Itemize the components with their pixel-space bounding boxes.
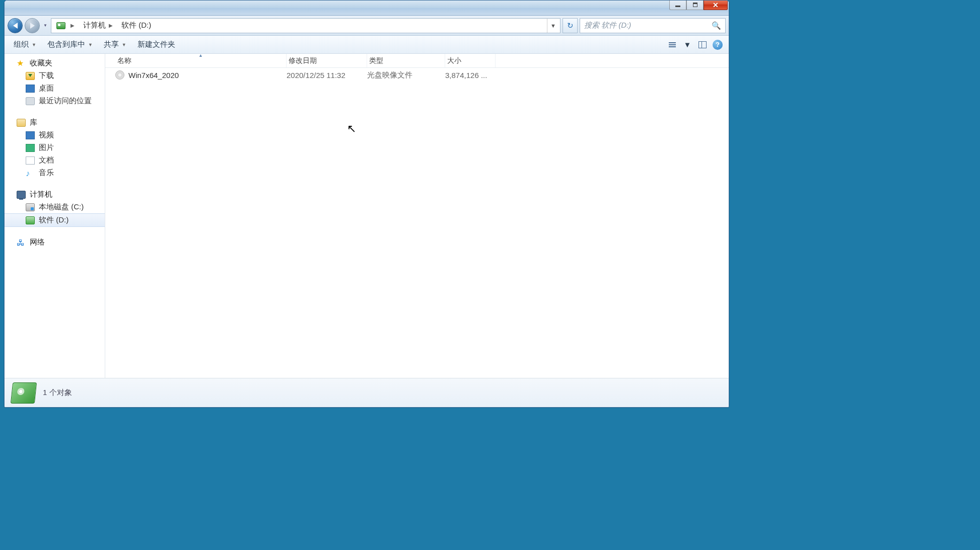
- sidebar-group-network: 🖧网络: [5, 236, 105, 249]
- star-icon: ★: [17, 59, 26, 67]
- column-date[interactable]: 修改日期: [287, 54, 367, 67]
- file-size-cell: 3,874,126 ...: [445, 71, 496, 80]
- toolbar-label: 共享: [104, 40, 119, 49]
- sidebar-label: 库: [30, 118, 37, 127]
- document-icon: [26, 156, 35, 165]
- body-split: ★收藏夹 下载 桌面 最近访问的位置 库 视频 图片 文档 ♪音乐 计算机 本地…: [5, 54, 729, 378]
- view-dropdown-button[interactable]: ▼: [680, 39, 694, 51]
- navigation-sidebar[interactable]: ★收藏夹 下载 桌面 最近访问的位置 库 视频 图片 文档 ♪音乐 计算机 本地…: [5, 54, 105, 378]
- picture-icon: [26, 144, 35, 152]
- sidebar-label: 网络: [30, 238, 45, 247]
- drive-icon: [56, 22, 65, 29]
- sidebar-group-libraries: 库 视频 图片 文档 ♪音乐: [5, 116, 105, 179]
- file-name-cell: Win7x64_2020: [115, 70, 287, 80]
- address-root-icon[interactable]: ▶: [52, 19, 79, 33]
- recent-icon: [26, 97, 35, 105]
- sidebar-item-label: 图片: [39, 143, 54, 152]
- close-button[interactable]: ✕: [704, 0, 728, 10]
- sidebar-head-computer[interactable]: 计算机: [5, 188, 105, 201]
- address-dropdown-icon[interactable]: ▼: [547, 19, 559, 33]
- sidebar-item-drive-c[interactable]: 本地磁盘 (C:): [5, 201, 105, 213]
- sidebar-head-libraries[interactable]: 库: [5, 116, 105, 129]
- file-row[interactable]: Win7x64_2020 2020/12/25 11:32 光盘映像文件 3,8…: [105, 68, 729, 82]
- sidebar-item-desktop[interactable]: 桌面: [5, 82, 105, 95]
- sort-indicator-icon: ▲: [198, 53, 203, 58]
- sidebar-item-label: 下载: [39, 71, 54, 81]
- toolbar-label: 组织: [14, 40, 29, 49]
- pane-icon: [698, 41, 707, 48]
- column-type[interactable]: 类型: [367, 54, 445, 67]
- hdd-icon: [26, 216, 35, 224]
- hdd-icon: [26, 203, 35, 211]
- back-button[interactable]: [8, 18, 23, 33]
- file-size: 3,874,126 ...: [445, 71, 487, 80]
- sidebar-item-label: 视频: [39, 130, 54, 140]
- search-icon: 🔍: [712, 21, 721, 30]
- download-icon: [26, 72, 35, 80]
- sidebar-item-music[interactable]: ♪音乐: [5, 167, 105, 179]
- sidebar-item-label: 桌面: [39, 84, 54, 93]
- sidebar-group-computer: 计算机 本地磁盘 (C:) 软件 (D:): [5, 188, 105, 227]
- sidebar-item-pictures[interactable]: 图片: [5, 141, 105, 154]
- help-button[interactable]: ?: [711, 39, 725, 51]
- status-text: 1 个对象: [43, 388, 72, 398]
- maximize-button[interactable]: [686, 0, 704, 10]
- library-icon: [17, 119, 26, 127]
- file-rows: Win7x64_2020 2020/12/25 11:32 光盘映像文件 3,8…: [105, 68, 729, 378]
- refresh-button[interactable]: ↻: [563, 18, 578, 33]
- preview-pane-button[interactable]: [695, 39, 710, 51]
- sidebar-item-videos[interactable]: 视频: [5, 129, 105, 141]
- sidebar-item-drive-d[interactable]: 软件 (D:): [5, 213, 105, 227]
- file-list-area[interactable]: ▲名称 修改日期 类型 大小 Win7x64_2020 2020/12/25 1…: [105, 54, 729, 378]
- network-icon: 🖧: [17, 239, 26, 247]
- nav-history-dropdown[interactable]: ▼: [42, 23, 49, 28]
- cursor-icon: ↖: [347, 122, 356, 135]
- sidebar-item-label: 最近访问的位置: [39, 96, 92, 106]
- toolbar-label: 新建文件夹: [137, 40, 175, 49]
- column-label: 名称: [117, 56, 131, 65]
- address-seg-drive[interactable]: 软件 (D:): [117, 19, 156, 33]
- search-input[interactable]: 搜索 软件 (D:) 🔍: [580, 18, 726, 33]
- iso-icon: [115, 70, 124, 80]
- explorer-window: ✕ ▼ ▶ 计算机▶ 软件 (D:) ▼ ↻ 搜索 软件 (D:) 🔍 组织▼ …: [4, 0, 729, 408]
- computer-icon: [17, 191, 26, 199]
- sidebar-item-label: 音乐: [39, 168, 54, 178]
- list-view-icon: [669, 42, 676, 47]
- sidebar-item-label: 本地磁盘 (C:): [39, 202, 84, 212]
- column-headers: ▲名称 修改日期 类型 大小: [105, 54, 729, 68]
- view-mode-button[interactable]: [665, 39, 679, 51]
- sidebar-item-label: 文档: [39, 155, 54, 165]
- sidebar-item-recent[interactable]: 最近访问的位置: [5, 95, 105, 107]
- toolbar: 组织▼ 包含到库中▼ 共享▼ 新建文件夹 ▼ ?: [5, 36, 729, 54]
- column-name[interactable]: ▲名称: [115, 54, 287, 67]
- file-type-cell: 光盘映像文件: [367, 70, 445, 80]
- help-icon: ?: [713, 40, 723, 50]
- sidebar-item-label: 软件 (D:): [39, 215, 68, 225]
- share-menu[interactable]: 共享▼: [99, 38, 131, 51]
- sidebar-item-documents[interactable]: 文档: [5, 154, 105, 167]
- address-seg-computer[interactable]: 计算机▶: [79, 19, 117, 33]
- file-name: Win7x64_2020: [128, 71, 179, 80]
- sidebar-label: 计算机: [30, 190, 52, 199]
- address-seg-label: 软件 (D:): [121, 21, 151, 30]
- new-folder-button[interactable]: 新建文件夹: [132, 38, 180, 51]
- organize-menu[interactable]: 组织▼: [9, 38, 41, 51]
- address-seg-label: 计算机: [83, 21, 106, 30]
- drive-large-icon: [11, 382, 37, 404]
- title-bar[interactable]: ✕: [5, 1, 729, 16]
- minimize-button[interactable]: [669, 0, 686, 10]
- address-bar[interactable]: ▶ 计算机▶ 软件 (D:) ▼: [51, 18, 561, 33]
- include-library-menu[interactable]: 包含到库中▼: [42, 38, 98, 51]
- search-placeholder: 搜索 软件 (D:): [584, 21, 631, 30]
- file-type: 光盘映像文件: [367, 70, 412, 79]
- column-label: 修改日期: [289, 56, 317, 65]
- video-icon: [26, 131, 35, 139]
- sidebar-head-favorites[interactable]: ★收藏夹: [5, 57, 105, 69]
- sidebar-item-downloads[interactable]: 下载: [5, 69, 105, 82]
- column-size[interactable]: 大小: [445, 54, 496, 67]
- desktop-icon: [26, 85, 35, 93]
- sidebar-label: 收藏夹: [30, 58, 52, 68]
- sidebar-head-network[interactable]: 🖧网络: [5, 236, 105, 249]
- forward-button[interactable]: [25, 18, 40, 33]
- toolbar-label: 包含到库中: [47, 40, 85, 49]
